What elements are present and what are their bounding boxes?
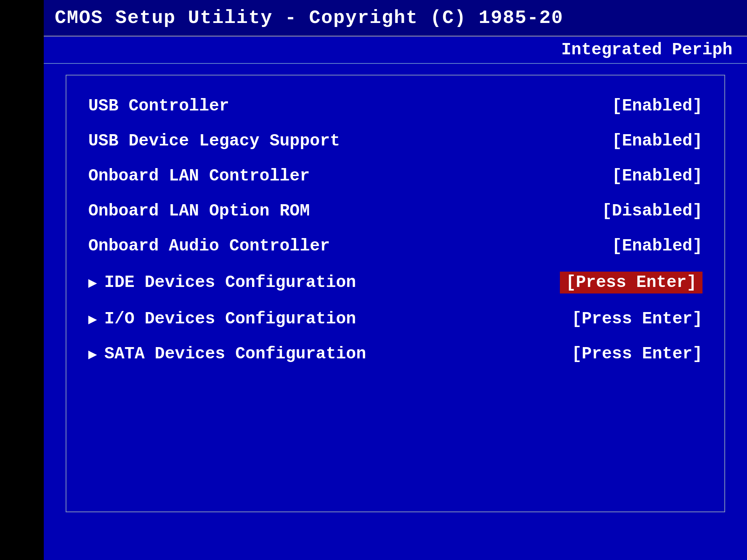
setting-name-onboard-audio: Onboard Audio Controller <box>88 237 330 256</box>
bios-area: CMOS Setup Utility - Copyright (C) 1985-… <box>44 0 747 560</box>
setting-row-io-devices[interactable]: ▶I/O Devices Configuration[Press Enter] <box>85 303 706 335</box>
arrow-icon: ▶ <box>88 310 97 328</box>
bios-screen: CMOS Setup Utility - Copyright (C) 1985-… <box>0 0 747 560</box>
setting-value-usb-device-legacy: [Enabled] <box>612 132 703 151</box>
subtitle-text: Integrated Periph <box>561 40 732 59</box>
setting-value-io-devices: [Press Enter] <box>572 310 703 328</box>
arrow-icon: ▶ <box>88 345 97 363</box>
setting-value-ide-devices: [Press Enter] <box>560 272 703 293</box>
setting-row-usb-controller[interactable]: USB Controller[Enabled] <box>85 90 706 122</box>
left-bezel <box>0 0 44 560</box>
setting-name-io-devices: ▶I/O Devices Configuration <box>88 310 356 328</box>
setting-name-usb-controller: USB Controller <box>88 97 229 116</box>
setting-row-onboard-lan-option-rom[interactable]: Onboard LAN Option ROM[Disabled] <box>85 195 706 227</box>
arrow-icon: ▶ <box>88 274 97 292</box>
setting-row-onboard-lan-controller[interactable]: Onboard LAN Controller[Enabled] <box>85 160 706 192</box>
setting-row-sata-devices[interactable]: ▶SATA Devices Configuration[Press Enter] <box>85 338 706 370</box>
setting-value-onboard-lan-option-rom: [Disabled] <box>602 202 703 221</box>
setting-value-onboard-audio: [Enabled] <box>612 237 703 256</box>
setting-row-ide-devices[interactable]: ▶IDE Devices Configuration[Press Enter] <box>85 265 706 300</box>
setting-row-usb-device-legacy[interactable]: USB Device Legacy Support[Enabled] <box>85 125 706 157</box>
setting-value-sata-devices: [Press Enter] <box>572 345 703 363</box>
setting-name-onboard-lan-option-rom: Onboard LAN Option ROM <box>88 202 310 221</box>
header-title: CMOS Setup Utility - Copyright (C) 1985-… <box>55 7 564 29</box>
subtitle-bar: Integrated Periph <box>44 36 747 64</box>
setting-value-onboard-lan-controller: [Enabled] <box>612 167 703 186</box>
setting-value-usb-controller: [Enabled] <box>612 97 703 116</box>
setting-row-onboard-audio[interactable]: Onboard Audio Controller[Enabled] <box>85 230 706 262</box>
setting-name-sata-devices: ▶SATA Devices Configuration <box>88 345 366 363</box>
setting-name-onboard-lan-controller: Onboard LAN Controller <box>88 167 310 186</box>
header-bar: CMOS Setup Utility - Copyright (C) 1985-… <box>44 0 747 36</box>
settings-list: USB Controller[Enabled]USB Device Legacy… <box>85 90 706 370</box>
setting-name-ide-devices: ▶IDE Devices Configuration <box>88 273 356 292</box>
content-panel: USB Controller[Enabled]USB Device Legacy… <box>66 75 725 512</box>
setting-name-usb-device-legacy: USB Device Legacy Support <box>88 132 340 151</box>
